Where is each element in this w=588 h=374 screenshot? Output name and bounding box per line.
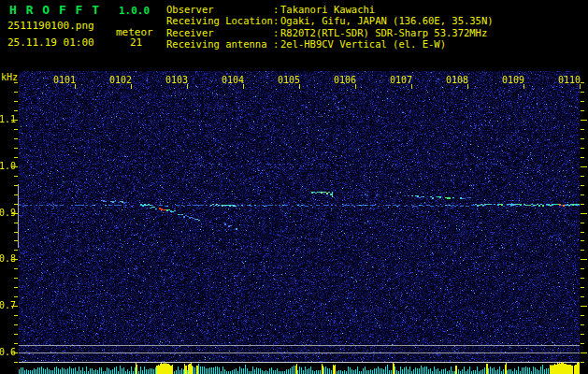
axis-tick [581, 296, 584, 297]
axis-tick [14, 101, 18, 102]
axis-tick [523, 84, 524, 89]
freq-tick-label: 0.9 [0, 208, 12, 218]
echo-count: 21 [130, 36, 142, 49]
axis-tick [581, 157, 584, 158]
axis-tick [581, 362, 584, 363]
info-value: Takanori Kawachi [280, 4, 375, 15]
axis-tick [14, 268, 18, 269]
info-separator: : [273, 4, 280, 15]
time-tick-label: 0110 [556, 75, 581, 85]
axis-tick [580, 84, 581, 89]
axis-tick [581, 129, 584, 130]
axis-tick [581, 278, 584, 279]
axis-tick [581, 223, 584, 223]
axis-tick [581, 306, 587, 307]
freq-tick-label: 1.1 [0, 114, 12, 124]
info-separator: : [273, 15, 280, 26]
time-tick-label: 0103 [164, 75, 188, 85]
axis-tick [14, 82, 18, 83]
axis-tick [14, 362, 18, 363]
axis-tick [581, 259, 587, 260]
axis-tick [581, 287, 584, 288]
axis-tick [14, 92, 18, 93]
info-label: Receiving Location [166, 15, 273, 26]
axis-tick [581, 315, 584, 316]
axis-tick [14, 334, 18, 335]
info-label: Observer [166, 4, 273, 15]
time-tick-label: 0102 [108, 75, 132, 85]
axis-tick [14, 250, 18, 251]
axis-tick [14, 315, 18, 316]
axis-tick [581, 334, 584, 335]
axis-tick [14, 110, 18, 111]
axis-tick [187, 84, 188, 89]
axis-tick [411, 84, 412, 89]
axis-tick [299, 84, 300, 89]
axis-tick [355, 84, 356, 89]
axis-tick [581, 176, 584, 177]
axis-tick [581, 343, 584, 344]
info-row: Observer:Takanori Kawachi [166, 4, 494, 15]
hrofft-screen: H R O F F T 1.0.0 2511190100.png meteor … [0, 0, 588, 374]
axis-tick [581, 232, 584, 233]
info-label: Receiver [166, 27, 273, 38]
axis-tick [243, 84, 244, 89]
axis-tick [14, 296, 18, 297]
axis-tick [581, 268, 584, 269]
axis-tick [581, 120, 587, 121]
axis-tick [75, 84, 76, 89]
time-tick-label: 0107 [388, 75, 412, 85]
info-value: 2el-HB9CV Vertical (el. E-W) [280, 38, 446, 50]
axis-tick [581, 204, 584, 205]
time-tick-label: 0104 [220, 75, 244, 85]
freq-tick-label: 0.8 [0, 253, 12, 264]
station-info: Observer:Takanori KawachiReceiving Locat… [166, 4, 494, 50]
axis-tick [581, 92, 584, 93]
axis-tick [581, 352, 587, 353]
axis-tick [581, 82, 584, 83]
axis-tick [14, 138, 18, 139]
axis-tick [14, 129, 18, 130]
info-value: R820T2(RTL-SDR) SDR-Sharp 53.372MHz [280, 27, 487, 38]
freq-tick-label: 1.0 [0, 161, 12, 171]
time-tick-label: 0106 [332, 75, 356, 85]
axis-tick [581, 166, 587, 167]
time-tick-label: 0105 [276, 75, 300, 85]
axis-tick [131, 84, 132, 89]
axis-tick [581, 185, 584, 186]
axis-tick [14, 324, 18, 325]
axis-tick [581, 324, 584, 325]
info-row: Receiving antenna:2el-HB9CV Vertical (el… [166, 38, 494, 50]
info-label: Receiving antenna [166, 38, 273, 50]
time-tick-label: 0108 [444, 75, 468, 85]
axis-tick [581, 138, 584, 139]
axis-tick [581, 101, 584, 102]
axis-tick [14, 278, 18, 279]
axis-tick [581, 213, 587, 214]
axis-tick [14, 148, 18, 149]
info-value: Ogaki, Gifu, JAPAN (136.60E, 35.35N) [280, 15, 494, 26]
axis-tick [14, 157, 18, 158]
spectrogram-canvas [19, 71, 580, 374]
axis-tick [581, 148, 584, 149]
axis-tick [14, 343, 18, 344]
freq-tick-label: 0.6 [0, 347, 12, 357]
datetime-label: 25.11.19 01:00 [7, 36, 94, 49]
time-tick-label: 0109 [500, 75, 524, 85]
info-row: Receiving Location:Ogaki, Gifu, JAPAN (1… [166, 15, 494, 26]
axis-tick [581, 240, 584, 241]
info-separator: : [273, 38, 280, 50]
app-title: H R O F F T [9, 3, 100, 17]
app-version: 1.0.0 [119, 5, 150, 17]
vertical-marker-line [18, 184, 19, 248]
khz-axis-title: kHz [1, 72, 18, 82]
axis-tick [14, 287, 18, 288]
axis-tick [581, 194, 584, 195]
axis-tick [14, 176, 18, 177]
axis-tick [467, 84, 468, 89]
info-separator: : [273, 27, 280, 38]
info-row: Receiver:R820T2(RTL-SDR) SDR-Sharp 53.37… [166, 27, 494, 38]
axis-tick [581, 250, 584, 251]
filename-label: 2511190100.png [7, 20, 94, 32]
axis-tick [581, 110, 584, 111]
